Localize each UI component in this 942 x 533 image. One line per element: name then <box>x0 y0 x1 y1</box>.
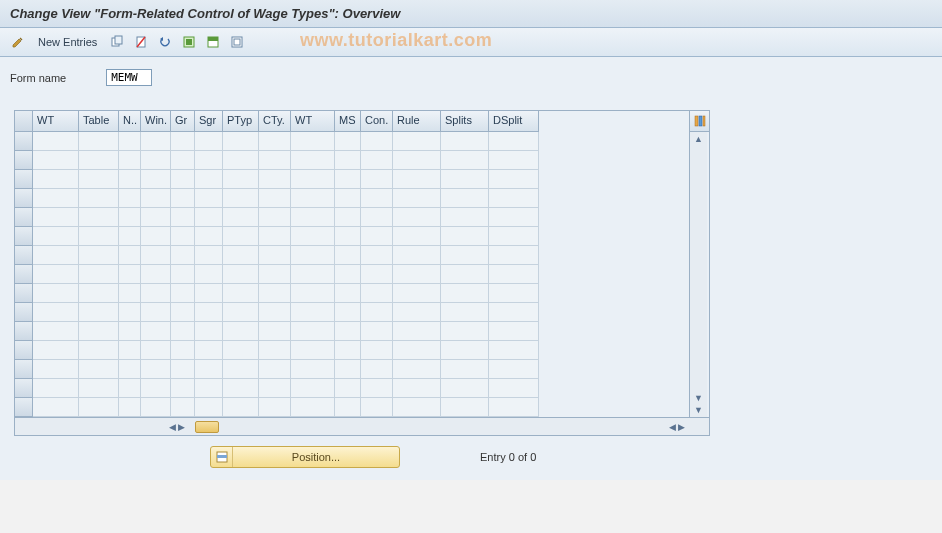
row-header[interactable] <box>15 284 33 303</box>
cell-n[interactable] <box>119 360 141 379</box>
cell-ms[interactable] <box>335 360 361 379</box>
cell-table[interactable] <box>79 360 119 379</box>
cell-n[interactable] <box>119 208 141 227</box>
cell-rule[interactable] <box>393 246 441 265</box>
cell-splits[interactable] <box>441 151 489 170</box>
cell-con[interactable] <box>361 284 393 303</box>
cell-cty[interactable] <box>259 398 291 417</box>
cell-con[interactable] <box>361 208 393 227</box>
cell-dsplit[interactable] <box>489 246 539 265</box>
cell-con[interactable] <box>361 227 393 246</box>
scroll-down-icon[interactable]: ▼ <box>694 393 703 403</box>
cell-con[interactable] <box>361 303 393 322</box>
cell-dsplit[interactable] <box>489 379 539 398</box>
cell-sgr[interactable] <box>195 151 223 170</box>
scroll-down2-icon[interactable]: ▼ <box>694 405 703 415</box>
cell-ms[interactable] <box>335 341 361 360</box>
cell-gr[interactable] <box>171 322 195 341</box>
cell-wt1[interactable] <box>33 189 79 208</box>
cell-ptyp[interactable] <box>223 170 259 189</box>
cell-con[interactable] <box>361 151 393 170</box>
cell-splits[interactable] <box>441 303 489 322</box>
cell-rule[interactable] <box>393 303 441 322</box>
cell-gr[interactable] <box>171 246 195 265</box>
cell-sgr[interactable] <box>195 303 223 322</box>
cell-dsplit[interactable] <box>489 151 539 170</box>
cell-n[interactable] <box>119 189 141 208</box>
cell-rule[interactable] <box>393 322 441 341</box>
cell-table[interactable] <box>79 246 119 265</box>
cell-ptyp[interactable] <box>223 265 259 284</box>
cell-sgr[interactable] <box>195 189 223 208</box>
cell-win[interactable] <box>141 189 171 208</box>
cell-ms[interactable] <box>335 284 361 303</box>
cell-wt1[interactable] <box>33 151 79 170</box>
cell-cty[interactable] <box>259 151 291 170</box>
cell-win[interactable] <box>141 170 171 189</box>
column-header-cty[interactable]: CTy. <box>259 111 291 132</box>
cell-win[interactable] <box>141 208 171 227</box>
row-header[interactable] <box>15 322 33 341</box>
cell-sgr[interactable] <box>195 246 223 265</box>
cell-ptyp[interactable] <box>223 208 259 227</box>
cell-dsplit[interactable] <box>489 398 539 417</box>
cell-gr[interactable] <box>171 303 195 322</box>
cell-wt1[interactable] <box>33 208 79 227</box>
cell-rule[interactable] <box>393 189 441 208</box>
cell-rule[interactable] <box>393 132 441 151</box>
cell-wt2[interactable] <box>291 132 335 151</box>
cell-wt1[interactable] <box>33 170 79 189</box>
cell-ms[interactable] <box>335 246 361 265</box>
cell-sgr[interactable] <box>195 341 223 360</box>
cell-cty[interactable] <box>259 322 291 341</box>
cell-sgr[interactable] <box>195 360 223 379</box>
cell-win[interactable] <box>141 322 171 341</box>
cell-table[interactable] <box>79 303 119 322</box>
cell-ptyp[interactable] <box>223 284 259 303</box>
row-header[interactable] <box>15 208 33 227</box>
cell-dsplit[interactable] <box>489 303 539 322</box>
row-header[interactable] <box>15 189 33 208</box>
cell-gr[interactable] <box>171 284 195 303</box>
cell-win[interactable] <box>141 246 171 265</box>
column-header-ptyp[interactable]: PTyp <box>223 111 259 132</box>
row-header[interactable] <box>15 341 33 360</box>
select-block-icon[interactable] <box>203 32 223 52</box>
cell-table[interactable] <box>79 398 119 417</box>
delete-icon[interactable] <box>131 32 151 52</box>
cell-wt2[interactable] <box>291 360 335 379</box>
cell-gr[interactable] <box>171 379 195 398</box>
cell-n[interactable] <box>119 132 141 151</box>
cell-dsplit[interactable] <box>489 341 539 360</box>
grid-corner[interactable] <box>15 111 33 132</box>
cell-dsplit[interactable] <box>489 208 539 227</box>
cell-win[interactable] <box>141 360 171 379</box>
cell-win[interactable] <box>141 341 171 360</box>
column-header-wt1[interactable]: WT <box>33 111 79 132</box>
cell-rule[interactable] <box>393 379 441 398</box>
cell-gr[interactable] <box>171 170 195 189</box>
cell-wt1[interactable] <box>33 360 79 379</box>
cell-n[interactable] <box>119 170 141 189</box>
cell-wt1[interactable] <box>33 132 79 151</box>
cell-gr[interactable] <box>171 360 195 379</box>
cell-wt1[interactable] <box>33 284 79 303</box>
cell-ptyp[interactable] <box>223 189 259 208</box>
column-header-win[interactable]: Win. <box>141 111 171 132</box>
cell-splits[interactable] <box>441 132 489 151</box>
cell-con[interactable] <box>361 265 393 284</box>
cell-con[interactable] <box>361 132 393 151</box>
cell-wt2[interactable] <box>291 379 335 398</box>
cell-wt1[interactable] <box>33 379 79 398</box>
cell-rule[interactable] <box>393 360 441 379</box>
cell-rule[interactable] <box>393 151 441 170</box>
cell-win[interactable] <box>141 265 171 284</box>
row-header[interactable] <box>15 132 33 151</box>
column-header-n[interactable]: N.. <box>119 111 141 132</box>
cell-dsplit[interactable] <box>489 189 539 208</box>
cell-wt2[interactable] <box>291 246 335 265</box>
cell-cty[interactable] <box>259 170 291 189</box>
cell-cty[interactable] <box>259 303 291 322</box>
cell-dsplit[interactable] <box>489 170 539 189</box>
column-header-con[interactable]: Con. <box>361 111 393 132</box>
